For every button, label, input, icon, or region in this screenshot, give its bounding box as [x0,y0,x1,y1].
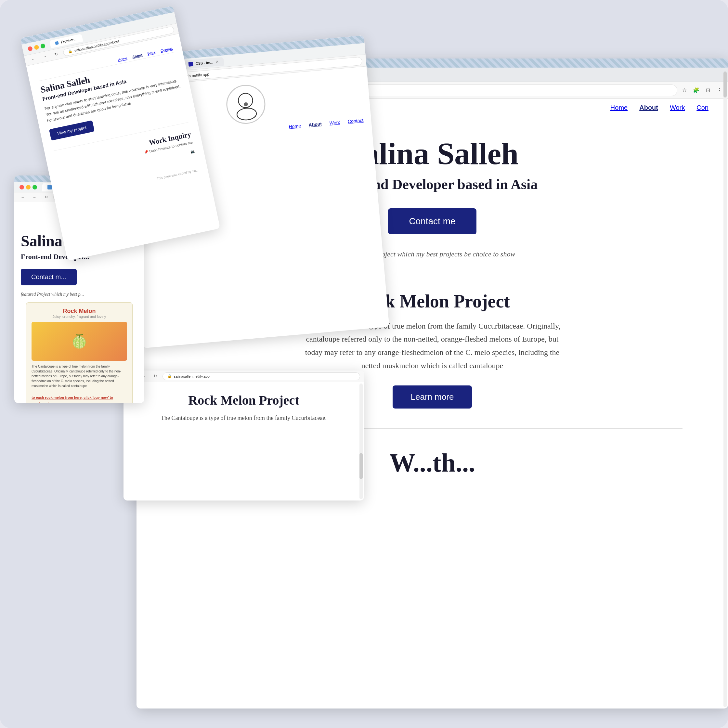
avatar-svg [228,87,263,122]
svg-point-2 [244,102,248,107]
br-proj-title: Rock Melon Project [136,393,351,408]
card-link[interactable]: to each rock melon from here, click 'buy… [32,396,113,403]
about-reload[interactable]: ↻ [51,49,62,60]
contact-me-btn[interactable]: Contact me [388,208,476,234]
br-lock-icon: 🔒 [167,374,172,378]
tl-green[interactable] [40,43,46,49]
card-desc: The Cantaloupe is a type of true melon f… [32,364,127,388]
learn-more-btn[interactable]: Learn more [393,385,472,408]
about-lock-icon: 🔒 [67,49,73,54]
bottom-right-browser: ← → ↻ 🔒 salinasalleh.netlify.app Rock Me… [124,370,364,500]
about-tab-label: Front-en... [60,37,77,44]
br-proj-desc: The Cantaloupe is a type of true melon f… [136,413,351,423]
br-scrollbar-track[interactable] [359,384,363,499]
tl-yellow[interactable] [34,44,39,50]
mid-nav-work[interactable]: Work [329,119,340,126]
rock-melon-card: Rock Melon Juicy, crunchy, fragrant and … [26,302,133,403]
br-reload[interactable]: ↻ [151,372,160,381]
profile-btn[interactable]: ⊡ [703,86,713,95]
about-nav-contact[interactable]: Contact [160,46,173,53]
card-subtitle: Juicy, crunchy, fragrant and lovely [32,315,127,318]
about-nav-work[interactable]: Work [147,50,156,55]
scrollbar-thumb[interactable] [723,72,727,98]
view-project-btn[interactable]: View my project [49,120,95,141]
tl-red[interactable] [27,46,33,51]
about-nav-about[interactable]: About [132,53,143,59]
bl-tl-green[interactable] [32,185,37,190]
about-nav-home[interactable]: Home [117,56,127,62]
br-url: salinasalleh.netlify.app [174,375,210,378]
nav-home[interactable]: Home [610,104,627,112]
mid-nav-contact[interactable]: Contact [347,118,363,124]
br-address-bar[interactable]: 🔒 salinasalleh.netlify.app [162,372,360,380]
about-forward[interactable]: → [39,51,50,62]
bl-forward[interactable]: → [30,193,39,202]
br-scrollbar-thumb[interactable] [359,453,363,479]
br-site-content: Rock Melon Project The Cantaloupe is a t… [124,382,364,434]
nav-work[interactable]: Work [670,104,685,112]
mid-tab-label-2: CSS - Im... [195,60,213,66]
card-title: Rock Melon [32,308,127,315]
bl-reload[interactable]: ↻ [41,193,51,202]
bl-back[interactable]: ← [18,193,27,202]
mid-tab-css[interactable]: CSS - Im... ✕ [183,57,224,69]
mid-tab-close[interactable]: ✕ [216,60,219,64]
bl-tl-yellow[interactable] [26,185,31,190]
nav-about[interactable]: About [639,104,658,112]
melon-image: 🍈 [32,322,127,361]
about-site-content: Home About Work Contact Salina Salleh Fr… [26,34,210,211]
svg-point-1 [237,107,257,121]
about-traffic-lights [27,43,46,51]
scrollbar-track[interactable] [723,72,727,707]
settings-btn[interactable]: ⋮ [715,86,724,95]
about-back[interactable]: ← [28,54,39,64]
mid-nav-home[interactable]: Home [289,123,301,129]
bl-traffic-lights [20,185,37,190]
bl-tl-red[interactable] [20,185,24,190]
nav-contact[interactable]: Con [696,104,708,112]
bl-contact-btn[interactable]: Contact m... [21,269,77,285]
bl-featured-text: featured Project which my best p... [21,292,138,297]
about-tab-favicon [55,41,59,45]
mid-favicon-2 [188,61,193,66]
bookmark-btn[interactable]: ☆ [680,86,689,95]
mid-avatar [225,83,267,125]
br-browser-nav: ← → ↻ 🔒 salinasalleh.netlify.app [124,370,364,382]
extensions-btn[interactable]: 🧩 [691,86,701,95]
screenshot-container: Front-en... ✕ CSS - Im... ✕ Site over...… [0,0,728,728]
mid-nav-about[interactable]: About [309,121,322,127]
